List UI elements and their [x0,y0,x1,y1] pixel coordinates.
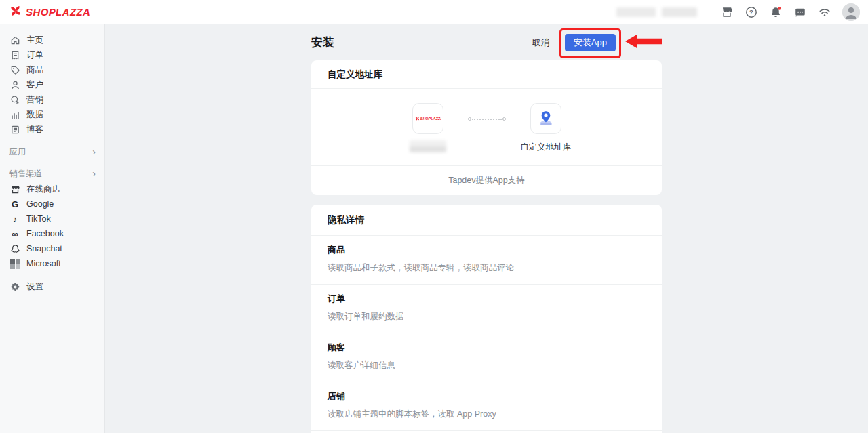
avatar[interactable] [842,3,860,21]
source-app-box: SHOPLAZZA [412,103,443,134]
install-app-button[interactable]: 安装App [565,34,616,51]
sidebar-item-blog[interactable]: 博客 [0,122,104,137]
app-support-text: Tapdev提供App支持 [311,166,662,195]
sidebar-item-label: 客户 [26,79,43,91]
marketing-icon [9,94,20,105]
sidebar-item-label: 商品 [26,64,43,76]
blog-icon [9,124,20,135]
main-area: 安装 取消 安装App 自定义地址库 [105,24,868,433]
sidebar-item-label: Facebook [26,229,64,239]
person-icon [9,79,20,90]
store-icon[interactable] [720,5,733,18]
app-connection-graphic: SHOPLAZZA [311,89,662,166]
sidebar-item-customers[interactable]: 客户 [0,77,104,92]
sidebar-item-online-store[interactable]: 在线商店 [0,182,104,197]
sidebar-item-analytics[interactable]: 数据 [0,107,104,122]
shoplazza-mini-logo-icon: SHOPLAZZA [415,114,441,123]
sidebar-item-label: 数据 [26,109,43,121]
target-app-box [530,103,561,134]
sidebar-item-google[interactable]: G Google [0,197,104,211]
notifications-icon[interactable] [769,5,782,18]
tag-icon [9,64,20,75]
sidebar-group-apps[interactable]: 应用 › [0,144,104,159]
sidebar-group-sales-channels[interactable]: 销售渠道 › [0,166,104,181]
privacy-card-title: 隐私详情 [311,205,662,236]
sidebar-group-label: 应用 [9,146,26,158]
cancel-button[interactable]: 取消 [532,37,550,49]
page-header: 安装 取消 安装App [311,24,662,60]
sidebar-item-label: 博客 [26,124,43,136]
sidebar: 主页 订单 商品 客户 营销 数据 博客 应用 › [0,24,105,433]
app-card-title: 自定义地址库 [311,60,662,89]
sidebar-item-microsoft[interactable]: Microsoft [0,256,104,271]
google-icon: G [9,199,20,209]
svg-text:SHOPLAZZA: SHOPLAZZA [420,117,440,121]
privacy-section-products: 商品 读取商品和子款式，读取商品专辑，读取商品评论 [311,236,662,285]
shoplazza-logo-icon [9,5,22,20]
sidebar-item-label: 营销 [26,94,43,106]
storefront-icon [9,184,20,194]
blurred-store-field[interactable] [616,5,706,19]
location-pin-icon [536,109,555,128]
sidebar-item-snapchat[interactable]: Snapchat [0,241,104,256]
help-icon[interactable]: ? [745,5,757,18]
annotation-arrow [625,33,663,53]
snapchat-ghost-icon [9,243,20,254]
chevron-right-icon: › [92,147,96,157]
sidebar-item-label: 订单 [26,49,43,61]
sidebar-item-orders[interactable]: 订单 [0,47,104,62]
topbar: SHOPLAZZA ? [0,0,868,24]
sidebar-item-label: Google [26,199,54,209]
sidebar-group-label: 销售渠道 [9,168,42,180]
sidebar-item-home[interactable]: 主页 [0,33,104,47]
sidebar-item-label: 主页 [26,35,43,46]
blurred-store-name [410,140,446,152]
svg-text:?: ? [749,8,753,16]
sidebar-item-settings[interactable]: 设置 [0,279,104,294]
sidebar-item-label: TikTok [26,214,51,224]
target-app-label: 自定义地址库 [520,142,571,153]
microsoft-icon [9,258,20,269]
sidebar-item-marketing[interactable]: 营销 [0,92,104,107]
chat-icon[interactable] [793,5,806,18]
facebook-meta-icon: ∞ [9,228,20,239]
shoplazza-logo[interactable]: SHOPLAZZA [9,5,90,20]
sidebar-item-facebook[interactable]: ∞ Facebook [0,226,104,241]
connection-dotted-line [468,117,506,121]
sidebar-item-label: Microsoft [26,259,61,268]
privacy-card: 隐私详情 商品 读取商品和子款式，读取商品专辑，读取商品评论 订单 读取订单和履… [311,205,662,433]
privacy-section-store: 店铺 读取店铺主题中的脚本标签，读取 App Proxy [311,382,662,431]
gear-icon [9,281,20,292]
chevron-right-icon: › [92,169,96,178]
bar-chart-icon [9,109,20,120]
orders-icon [9,49,20,60]
brand-name: SHOPLAZZA [26,6,90,18]
sidebar-item-tiktok[interactable]: ♪ TikTok [0,211,104,226]
sidebar-item-label: 设置 [26,281,43,293]
privacy-section-customers: 顾客 读取客户详细信息 [311,333,662,382]
wifi-icon[interactable] [818,5,831,18]
app-install-card: 自定义地址库 SHOPLAZZA [311,60,662,195]
sidebar-item-label: Snapchat [26,244,62,253]
page-title: 安装 [311,35,334,50]
home-icon [9,35,20,45]
privacy-section-orders: 订单 读取订单和履约数据 [311,285,662,333]
sidebar-item-label: 在线商店 [26,184,60,195]
tiktok-icon: ♪ [9,213,20,224]
sidebar-item-products[interactable]: 商品 [0,62,104,77]
